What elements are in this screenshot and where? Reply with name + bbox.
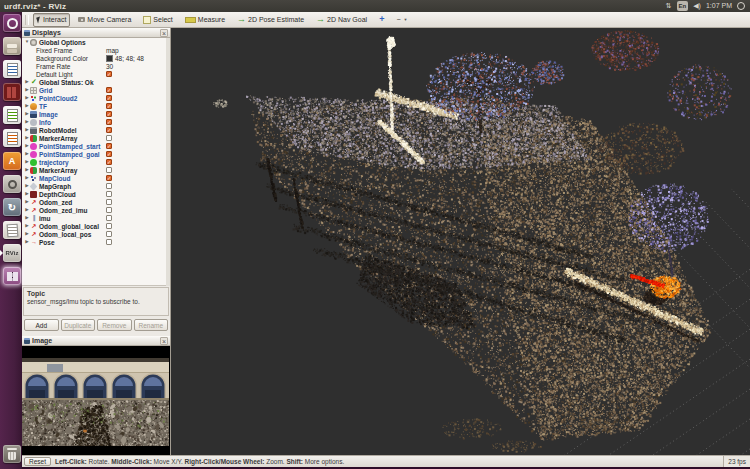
launcher-item-updater[interactable]: ↻: [3, 198, 21, 216]
measure-button[interactable]: Measure: [181, 13, 229, 27]
display-item-odom-local-pos[interactable]: ▶↗Odom_local_pos: [22, 230, 170, 238]
displays-tree[interactable]: ▼Global OptionsFixed FramemapBackground …: [22, 38, 170, 286]
launcher-item-dash[interactable]: [3, 14, 21, 32]
enabled-checkbox[interactable]: ✓: [106, 87, 112, 93]
display-item-value[interactable]: ✓: [106, 143, 112, 149]
enabled-checkbox[interactable]: [106, 223, 112, 229]
display-item-odom-zed-imu[interactable]: ▶↗Odom_zed_imu: [22, 206, 170, 214]
display-item-value[interactable]: ✓: [106, 95, 112, 101]
enabled-checkbox[interactable]: ✓: [106, 127, 112, 133]
display-item-value[interactable]: [106, 183, 112, 189]
display-item-value[interactable]: [106, 239, 112, 245]
enabled-checkbox[interactable]: [106, 191, 112, 197]
display-item-value[interactable]: [106, 191, 112, 197]
display-item-value[interactable]: ✓: [106, 103, 112, 109]
value-text[interactable]: 48; 48; 48: [115, 55, 144, 62]
enabled-checkbox[interactable]: ✓: [106, 95, 112, 101]
display-item-value[interactable]: ✓: [106, 111, 112, 117]
enabled-checkbox[interactable]: [106, 199, 112, 205]
tree-row-global-options[interactable]: ▼Global Options: [22, 38, 170, 46]
launcher-item-software[interactable]: A: [3, 152, 21, 170]
interact-button[interactable]: Interact: [33, 13, 70, 27]
value-text[interactable]: map: [106, 47, 119, 54]
display-item-value[interactable]: [106, 167, 112, 173]
clock[interactable]: 1:07 PM: [706, 1, 732, 11]
display-item-markerarray[interactable]: ▶MarkerArray: [22, 134, 170, 142]
enabled-checkbox[interactable]: [106, 215, 112, 221]
display-item-trajectory[interactable]: ▶trajectory✓: [22, 158, 170, 166]
display-item-value[interactable]: [106, 231, 112, 237]
display-item-odom-global-local[interactable]: ▶↗Odom_global_local: [22, 222, 170, 230]
display-item-value[interactable]: [106, 215, 112, 221]
display-item-value[interactable]: ✓: [106, 175, 112, 181]
enabled-checkbox[interactable]: ✓: [106, 159, 112, 165]
display-item-grid[interactable]: ▶Grid✓: [22, 86, 170, 94]
display-item-pose[interactable]: ▶→Pose: [22, 238, 170, 246]
select-button[interactable]: Select: [139, 13, 176, 27]
tree-scrollbar[interactable]: [166, 38, 170, 286]
display-item-pointstamped-goal[interactable]: ▶PointStamped_goal✓: [22, 150, 170, 158]
enabled-checkbox[interactable]: [106, 183, 112, 189]
display-item-robotmodel[interactable]: ▶RobotModel✓: [22, 126, 170, 134]
display-item-value[interactable]: [106, 135, 112, 141]
display-item-info[interactable]: ▶Info✓: [22, 118, 170, 126]
enabled-checkbox[interactable]: [106, 207, 112, 213]
display-item-image[interactable]: ▶Image✓: [22, 110, 170, 118]
enabled-checkbox[interactable]: ✓: [106, 151, 112, 157]
display-item-tf[interactable]: ▶TF✓: [22, 102, 170, 110]
reset-button[interactable]: Reset: [24, 457, 51, 466]
publish-point-button[interactable]: +: [375, 13, 388, 27]
display-item-imu[interactable]: ▶∥imu: [22, 214, 170, 222]
launcher-item-workspace[interactable]: [3, 267, 21, 285]
value-text[interactable]: 30: [106, 63, 113, 70]
nav-goal-button[interactable]: →2D Nav Goal: [312, 13, 371, 27]
remove-tool-button[interactable]: −▼: [392, 13, 411, 27]
enabled-checkbox[interactable]: ✓: [106, 71, 112, 77]
enabled-checkbox[interactable]: [106, 135, 112, 141]
launcher-item-media[interactable]: [3, 83, 21, 101]
tree-row-default-light[interactable]: Default Light✓: [22, 70, 170, 78]
pose-estimate-button[interactable]: →2D Pose Estimate: [233, 13, 308, 27]
enabled-checkbox[interactable]: [106, 231, 112, 237]
enabled-checkbox[interactable]: ✓: [106, 175, 112, 181]
tree-row-frame-rate[interactable]: Frame Rate30: [22, 62, 170, 70]
launcher-item-impress[interactable]: [3, 129, 21, 147]
enabled-checkbox[interactable]: ✓: [106, 119, 112, 125]
enabled-checkbox[interactable]: [106, 239, 112, 245]
enabled-checkbox[interactable]: ✓: [106, 111, 112, 117]
3d-viewport[interactable]: [171, 28, 750, 455]
volume-icon[interactable]: ◀): [693, 1, 701, 11]
tree-row-background-color[interactable]: Background Color48; 48; 48: [22, 54, 170, 62]
display-item-value[interactable]: ✓: [106, 87, 112, 93]
pointcloud-scene[interactable]: [171, 28, 750, 455]
add-button[interactable]: Add: [24, 319, 59, 331]
session-gear-icon[interactable]: [737, 2, 745, 10]
display-item-value[interactable]: [106, 199, 112, 205]
launcher-item-files[interactable]: [3, 37, 21, 55]
launcher-item-calc[interactable]: [3, 106, 21, 124]
enabled-checkbox[interactable]: ✓: [106, 103, 112, 109]
display-item-depthcloud[interactable]: ▶DepthCloud: [22, 190, 170, 198]
tree-row-fixed-frame[interactable]: Fixed Framemap: [22, 46, 170, 54]
display-item-value[interactable]: ✓: [106, 151, 112, 157]
tree-row-global-status[interactable]: ▶✓Global Status: Ok: [22, 78, 170, 86]
launcher-item-trash[interactable]: [3, 445, 21, 463]
enabled-checkbox[interactable]: [106, 167, 112, 173]
move-camera-button[interactable]: Move Camera: [74, 13, 135, 27]
display-item-pointstamped-start[interactable]: ▶PointStamped_start✓: [22, 142, 170, 150]
display-item-value[interactable]: ✓: [106, 127, 112, 133]
display-item-value[interactable]: ✓: [106, 119, 112, 125]
display-item-mapgraph[interactable]: ▶MapGraph: [22, 182, 170, 190]
close-icon[interactable]: ×: [160, 337, 168, 345]
keyboard-layout-indicator[interactable]: En: [677, 1, 689, 11]
property-value[interactable]: ✓: [106, 71, 112, 77]
launcher-item-writer[interactable]: [3, 60, 21, 78]
network-icon[interactable]: ⇅: [666, 1, 672, 11]
display-item-pointcloud2[interactable]: ▶PointCloud2✓: [22, 94, 170, 102]
display-item-value[interactable]: [106, 207, 112, 213]
launcher-item-rviz[interactable]: RViz: [3, 244, 21, 262]
display-item-value[interactable]: [106, 223, 112, 229]
display-item-markerarray[interactable]: ▶MarkerArray: [22, 166, 170, 174]
display-item-value[interactable]: ✓: [106, 159, 112, 165]
display-item-odom-zed[interactable]: ▶↗Odom_zed: [22, 198, 170, 206]
